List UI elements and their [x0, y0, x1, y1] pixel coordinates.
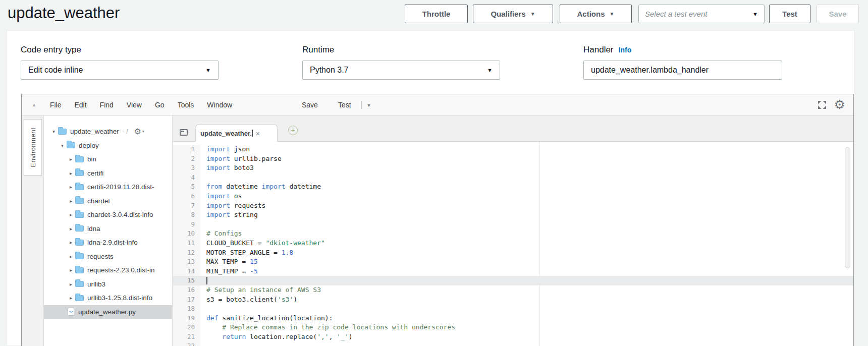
folder-icon	[75, 212, 84, 218]
actions-button[interactable]: Actions ▼	[560, 5, 632, 23]
code-line-21: 21 return location.replace(',', '_')	[173, 332, 853, 342]
caret-down-icon: ▼	[752, 11, 758, 17]
menu-window[interactable]: Window	[200, 101, 239, 109]
menu-go[interactable]: Go	[148, 101, 171, 109]
line-number: 18	[173, 304, 200, 314]
tab-list-icon[interactable]	[180, 129, 188, 136]
tree-item-update-weather-py[interactable]: update_weather.py	[44, 305, 172, 319]
tree-item-urllib3-1-25-8-dist-info[interactable]: ▸urllib3-1.25.8.dist-info	[44, 291, 172, 305]
tree-settings-gear-icon[interactable]: ⚙	[134, 128, 141, 136]
menu-view[interactable]: View	[120, 101, 148, 109]
chevron-right-icon[interactable]: ▸	[67, 267, 75, 273]
fullscreen-icon[interactable]	[817, 100, 827, 110]
code-line-text: return location.replace(',', '_')	[200, 332, 353, 342]
tree-item-label: bin	[87, 155, 96, 163]
text-cursor	[206, 277, 207, 284]
code-line-text: import urllib.parse	[200, 154, 282, 164]
line-number: 20	[173, 323, 200, 332]
line-number: 16	[173, 285, 200, 295]
chevron-down-icon[interactable]: ▾	[59, 143, 66, 148]
tab-text-cursor	[252, 130, 253, 137]
page-title: update_weather	[8, 4, 120, 22]
folder-icon	[75, 156, 84, 162]
tree-settings-caret-icon[interactable]: ▾	[142, 129, 144, 134]
save-button[interactable]: Save	[817, 5, 859, 23]
collapse-editor-icon[interactable]: ▲	[32, 102, 36, 107]
runtime-select[interactable]: Python 3.7 ▼	[302, 61, 500, 80]
tab-update-weather-py[interactable]: update_weather. ×	[195, 124, 278, 142]
chevron-right-icon[interactable]: ▸	[67, 170, 75, 176]
folder-icon	[75, 295, 84, 301]
tree-item-label: urllib3	[87, 280, 105, 288]
test-event-select[interactable]: Select a test event ▼	[638, 5, 765, 23]
chevron-right-icon[interactable]: ▸	[67, 184, 75, 190]
environment-tab[interactable]: Environment	[24, 119, 42, 176]
menu-find[interactable]: Find	[93, 101, 120, 109]
code-content[interactable]: 1import json2import urllib.parse3import …	[173, 142, 853, 346]
editor-menubar-right: ⚙	[817, 100, 853, 110]
editor-menu: FileEditFindViewGoToolsWindow	[43, 101, 239, 109]
tree-item-certifi-2019-11-28-dist-[interactable]: ▸certifi-2019.11.28.dist-	[44, 180, 172, 194]
tree-item-idna-2-9-dist-info[interactable]: ▸idna-2.9.dist-info	[44, 236, 172, 250]
chevron-right-icon[interactable]: ▸	[67, 198, 75, 204]
qualifiers-button[interactable]: Qualifiers ▼	[473, 5, 553, 23]
editor-save-button[interactable]: Save	[297, 101, 323, 109]
tree-item-chardet[interactable]: ▸chardet	[44, 194, 172, 208]
chevron-right-icon[interactable]: ▸	[67, 295, 75, 301]
tree-item-deploy[interactable]: ▾deploy	[44, 139, 172, 153]
chevron-right-icon[interactable]: ▸	[67, 281, 75, 287]
line-number: 9	[173, 220, 200, 229]
folder-icon	[75, 225, 84, 232]
new-tab-plus-icon[interactable]: +	[288, 126, 298, 135]
settings-gear-icon[interactable]: ⚙	[834, 100, 845, 110]
chevron-right-icon[interactable]: ▸	[67, 254, 75, 259]
line-number: 3	[173, 163, 200, 173]
tree-item-label: certifi-2019.11.28.dist-	[87, 183, 154, 191]
line-number: 2	[173, 154, 200, 164]
code-line-6: 6import os	[173, 192, 853, 201]
tab-close-icon[interactable]: ×	[255, 129, 260, 138]
tree-item-idna[interactable]: ▸idna	[44, 222, 172, 236]
line-number: 19	[173, 314, 200, 323]
tree-item-label: update_weather	[70, 128, 119, 135]
tree-item-certifi[interactable]: ▸certifi	[44, 166, 172, 181]
handler-info-link[interactable]: Info	[619, 46, 632, 54]
throttle-button[interactable]: Throttle	[405, 5, 468, 23]
tree-item-requests[interactable]: ▸requests	[44, 250, 172, 264]
tree-item-label: idna-2.9.dist-info	[87, 239, 138, 246]
code-line-2: 2import urllib.parse	[173, 154, 853, 164]
handler-input[interactable]: update_weather.lambda_handler	[583, 61, 782, 80]
editor-vertical-scrollbar[interactable]	[845, 147, 850, 268]
tree-item-chardet-3-0-4-dist-info[interactable]: ▸chardet-3.0.4.dist-info	[44, 208, 172, 222]
line-number: 4	[173, 173, 200, 183]
code-editor: ▲ FileEditFindViewGoToolsWindow Save Tes…	[21, 94, 854, 346]
tree-root-path-suffix: - /	[123, 128, 128, 135]
folder-icon	[75, 240, 84, 246]
chevron-down-icon[interactable]: ▾	[50, 129, 58, 134]
tree-item-urllib3[interactable]: ▸urllib3	[44, 277, 172, 292]
test-options-caret-icon[interactable]: ▾	[364, 102, 374, 108]
chevron-right-icon[interactable]: ▸	[67, 212, 75, 217]
chevron-right-icon[interactable]: ▸	[67, 226, 75, 232]
code-line-10: 10# Configs	[173, 229, 853, 239]
editor-tabbar: update_weather. × +	[173, 116, 853, 142]
chevron-right-icon[interactable]: ▸	[67, 240, 75, 245]
menu-file[interactable]: File	[43, 101, 68, 109]
tree-item-requests-2-23-0-dist-in[interactable]: ▸requests-2.23.0.dist-in	[44, 263, 172, 277]
code-entry-type-select[interactable]: Edit code inline ▼	[21, 61, 219, 80]
tree-item-bin[interactable]: ▸bin	[44, 152, 172, 166]
chevron-right-icon[interactable]: ▸	[67, 156, 75, 162]
code-line-text: import json	[200, 145, 250, 154]
editor-test-button[interactable]: Test	[332, 101, 357, 109]
tree-item-update-weather[interactable]: ▾update_weather- /⚙▾	[44, 125, 172, 139]
code-pane[interactable]: update_weather. × + 1import json2import …	[173, 116, 853, 346]
code-line-7: 7import requests	[173, 201, 853, 211]
tree-item-label: urllib3-1.25.8.dist-info	[87, 294, 152, 302]
code-line-text	[200, 173, 206, 183]
caret-down-icon: ▼	[205, 67, 211, 73]
menu-edit[interactable]: Edit	[68, 101, 93, 109]
line-number: 15	[173, 276, 200, 285]
test-button[interactable]: Test	[769, 5, 810, 23]
folder-icon	[75, 198, 84, 204]
menu-tools[interactable]: Tools	[171, 101, 201, 109]
